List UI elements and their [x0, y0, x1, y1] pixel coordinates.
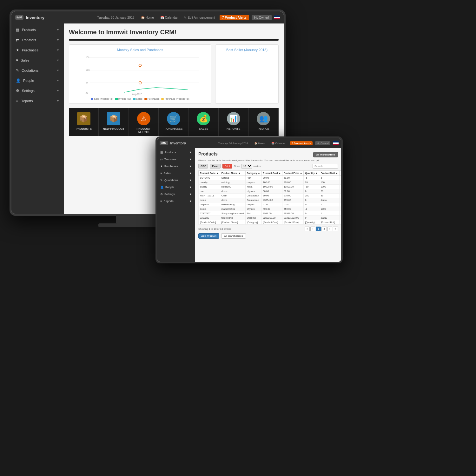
cell-name: demo — [220, 198, 245, 202]
products-icon: ▦ — [16, 28, 19, 32]
reports-arrow: ▼ — [56, 99, 59, 102]
product-alerts-img-icon: ⚠ — [137, 112, 150, 125]
col-product-code[interactable]: Product Code ▲ — [199, 171, 220, 176]
cell-cost: 100.00 — [261, 180, 282, 185]
tablet-nav-home[interactable]: 🏠 Home — [252, 141, 267, 145]
pg-next[interactable]: › — [327, 227, 332, 231]
nav-edit[interactable]: ✎ Edit Announcement — [182, 15, 217, 20]
icon-new-product-label: NEW PRODUCT — [103, 127, 124, 130]
search-input[interactable] — [313, 164, 338, 169]
icon-products[interactable]: 📦 PRODUCTS — [69, 108, 99, 136]
cell-cost: 20.00 — [261, 176, 282, 180]
sales-img-icon: 💰 — [197, 112, 210, 125]
footer-price: [Product Price] — [282, 220, 304, 225]
cell-qty: 0 — [304, 198, 319, 202]
show-select[interactable]: 102550 — [241, 164, 252, 169]
sidebar-item-purchases[interactable]: ★Purchases ▼ — [11, 45, 64, 55]
pg-prev[interactable]: ‹ — [310, 227, 315, 231]
pg-1[interactable]: 1 — [316, 227, 321, 231]
tablet-logo: iMM — [160, 141, 168, 145]
col-quantity[interactable]: Quantity ▲ — [304, 171, 319, 176]
tab-sidebar-products[interactable]: ▦Products ▼ — [157, 149, 195, 156]
people-arrow: ▼ — [56, 79, 59, 82]
cell-category: carpets — [245, 180, 261, 185]
table-footer: Showing 1 to 10 of 13 entries « ‹ 1 2 › … — [198, 227, 338, 231]
pg-first[interactable]: « — [305, 227, 310, 231]
sidebar-item-reports[interactable]: ≡Reports ▼ — [11, 96, 64, 106]
products-arrow: ▼ — [56, 28, 59, 31]
sidebar-item-settings[interactable]: ⚙Settings ▼ — [11, 86, 64, 96]
pg-last[interactable]: » — [333, 227, 338, 231]
transfers-icon: ⇄ — [16, 38, 19, 42]
tablet-user-btn[interactable]: Hi, Owner! — [315, 141, 330, 145]
tab-sidebar-quotations[interactable]: ✎Quotations ▼ — [157, 177, 195, 184]
tab-sidebar-purchases[interactable]: ★Purchases ▼ — [157, 163, 195, 170]
nav-home[interactable]: 🏠 Home — [139, 15, 156, 20]
tab-purchases-icon: ★ — [160, 165, 163, 168]
col-alert-qty[interactable]: Alert Quantity ▲ — [339, 171, 341, 176]
sidebar-item-people[interactable]: 👤People ▼ — [11, 76, 64, 86]
cell-cost: 400.00 — [261, 207, 282, 211]
cell-cost: 2223213.00 — [261, 216, 282, 220]
tab-reports-arrow: ▼ — [189, 200, 192, 203]
legend-purchase-tax: Purchase Product Tax — [161, 97, 189, 100]
cell-alert: 10 — [339, 180, 341, 185]
product-alerts-btn[interactable]: 7 Product Alerts — [220, 15, 249, 20]
icon-sales[interactable]: 💰 SALES — [189, 108, 219, 136]
all-warehouses-bottom-btn[interactable]: All Warehouses — [221, 233, 246, 239]
col-product-price[interactable]: Product Price ▲ — [282, 171, 304, 176]
icon-product-alerts[interactable]: ⚠ PRODUCT ALERTS — [129, 108, 159, 136]
products-img-icon: 📦 — [77, 112, 90, 125]
svg-text:10k: 10k — [86, 69, 90, 71]
tab-sidebar-reports[interactable]: ≡Reports ▼ — [157, 198, 195, 205]
icon-reports[interactable]: 📊 REPORTS — [219, 108, 248, 136]
sidebar-item-transfers[interactable]: ⇄Transfers ▼ — [11, 35, 64, 45]
csv-btn[interactable]: CSV — [198, 164, 208, 169]
pg-2[interactable]: 2 — [321, 227, 327, 231]
tab-sidebar-settings[interactable]: ⚙Settings ▼ — [157, 191, 195, 198]
cell-code: carpet01 — [199, 202, 220, 207]
show-label: Show 102550 entries — [234, 164, 261, 169]
icon-new-product[interactable]: 📦 NEW PRODUCT — [99, 108, 129, 136]
quotations-arrow: ▼ — [56, 69, 59, 72]
sidebar-item-quotations[interactable]: ✎Quotations ▼ — [11, 65, 64, 76]
cell-name: Sotong — [220, 176, 245, 180]
cell-qty: 0 — [304, 189, 319, 194]
tab-sidebar-people[interactable]: 👤People ▼ — [157, 184, 195, 191]
table-row: carpet01Persian Rugcarpets0.000.00011🖊 ✖… — [199, 202, 341, 207]
tab-sidebar-sales[interactable]: ♥Sales ▼ — [157, 170, 195, 177]
all-warehouses-header-btn[interactable]: All Warehouses — [313, 152, 338, 157]
cell-name: Persian Rug — [220, 202, 245, 207]
sidebar-item-sales[interactable]: ♥Sales ▼ — [11, 55, 64, 65]
add-product-btn[interactable]: Add Product — [198, 233, 219, 239]
table-row: demodemoCrustacean43534.00435.000demo25🖊… — [199, 198, 341, 202]
col-category[interactable]: Category ▲ — [245, 171, 261, 176]
print-btn[interactable]: Print — [222, 164, 232, 169]
cell-qty: -69 — [304, 185, 319, 189]
cell-alert: 50 — [339, 189, 341, 194]
tab-sidebar-transfers[interactable]: ⇄Transfers ▼ — [157, 156, 195, 163]
cell-cost: 9999.00 — [261, 211, 282, 216]
nav-calendar[interactable]: 📅 Calendar — [158, 15, 180, 20]
cell-price: 220.00 — [282, 180, 304, 185]
purchases-icon: ★ — [16, 48, 19, 52]
bottom-bar: Add Product All Warehouses — [198, 233, 338, 239]
icon-purchases[interactable]: 🛒 PURCHASES — [159, 108, 188, 136]
footer-category: [Category] — [245, 220, 261, 225]
tablet-alerts-btn[interactable]: 7 Product Alerts — [290, 141, 313, 145]
svg-point-9 — [139, 64, 142, 67]
cell-qty: 200 — [304, 194, 319, 198]
col-product-unit[interactable]: Product Unit ▲ — [319, 171, 340, 176]
pagination[interactable]: « ‹ 1 2 › » — [305, 227, 338, 231]
excel-btn[interactable]: Excel — [210, 164, 221, 169]
user-menu-btn[interactable]: Hi, Owner! — [252, 15, 272, 20]
tab-quotations-arrow: ▼ — [189, 179, 192, 182]
icon-people[interactable]: 👥 PEOPLE — [249, 108, 279, 136]
cell-price: 550.00 — [282, 207, 304, 211]
legend-sales: Sales — [133, 97, 142, 100]
col-product-cost[interactable]: Product Cost ▲ — [261, 171, 282, 176]
col-product-name[interactable]: Product Name ▲ — [220, 171, 245, 176]
sidebar-item-products[interactable]: ▦Products ▼ — [11, 25, 64, 35]
cell-qty: 99 — [304, 180, 319, 185]
tablet-nav-calendar[interactable]: 📅 Calendar — [269, 141, 288, 145]
